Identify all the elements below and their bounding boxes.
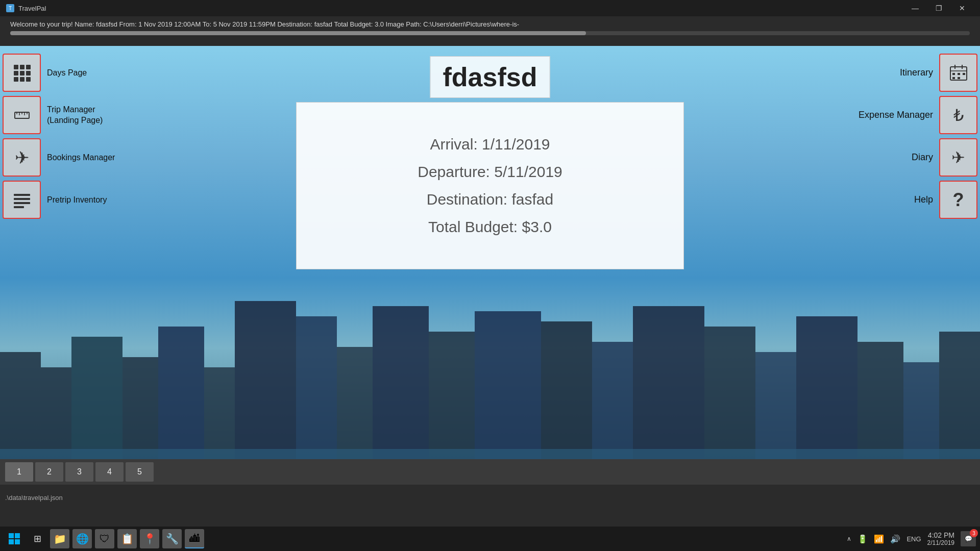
file-explorer-button[interactable]: 📁 bbox=[50, 529, 69, 548]
svg-rect-40 bbox=[14, 206, 24, 208]
tab-5[interactable]: 5 bbox=[126, 462, 154, 482]
calendar-icon bbox=[948, 63, 969, 83]
expense-manager-button[interactable]: ₺ bbox=[939, 96, 977, 134]
start-button[interactable] bbox=[4, 529, 24, 549]
arrival-row: Arrival: 1/11/2019 bbox=[312, 136, 668, 153]
trip-manager-nav-item: Trip Manager (Landing Page) bbox=[3, 96, 129, 134]
tab-1[interactable]: 1 bbox=[5, 462, 33, 482]
ruler-icon bbox=[12, 105, 32, 126]
notification-center-button[interactable]: 💬 3 bbox=[961, 531, 976, 546]
tab-4[interactable]: 4 bbox=[95, 462, 124, 482]
taskbar-app3[interactable]: 📍 bbox=[140, 529, 159, 548]
pretrip-inventory-label: Pretrip Inventory bbox=[47, 195, 107, 205]
trip-manager-button[interactable] bbox=[3, 96, 41, 134]
taskbar-app1[interactable]: 🛡 bbox=[95, 529, 114, 548]
itinerary-button[interactable] bbox=[939, 54, 977, 92]
system-tray-expand[interactable]: ∧ bbox=[847, 535, 851, 542]
itinerary-label: Itinerary bbox=[900, 67, 933, 78]
help-label: Help bbox=[914, 194, 933, 205]
svg-rect-47 bbox=[963, 73, 965, 75]
battery-icon: 🔋 bbox=[857, 534, 868, 544]
tab-3[interactable]: 3 bbox=[65, 462, 93, 482]
svg-rect-49 bbox=[958, 77, 960, 79]
minimize-button[interactable]: — bbox=[903, 0, 927, 16]
trip-name-box: fdasfsd bbox=[430, 56, 550, 98]
svg-rect-28 bbox=[14, 77, 18, 82]
list-icon bbox=[12, 190, 32, 210]
svg-rect-23 bbox=[20, 65, 24, 69]
svg-rect-38 bbox=[14, 198, 30, 200]
wifi-icon: 📶 bbox=[874, 534, 884, 544]
help-nav-item: Help ? bbox=[914, 181, 977, 219]
bookings-manager-button[interactable]: ✈ bbox=[3, 138, 41, 177]
bookings-manager-nav-item: ✈ Bookings Manager bbox=[3, 138, 129, 177]
svg-rect-45 bbox=[952, 73, 955, 75]
windows-icon bbox=[8, 533, 20, 545]
scrollbar-track[interactable] bbox=[10, 31, 970, 35]
taskbar-app4[interactable]: 🔧 bbox=[162, 529, 182, 548]
tab-2[interactable]: 2 bbox=[35, 462, 63, 482]
svg-rect-25 bbox=[14, 71, 18, 76]
scrollbar-thumb[interactable] bbox=[10, 31, 586, 35]
svg-rect-24 bbox=[26, 65, 31, 69]
diary-label: Diary bbox=[912, 152, 933, 163]
task-view-button[interactable]: ⊞ bbox=[28, 529, 47, 548]
titlebar-left: T TravelPal bbox=[6, 4, 46, 12]
taskbar-clock: 4:02 PM 2/11/2019 bbox=[927, 531, 954, 546]
buildings-svg bbox=[0, 276, 980, 480]
main-area: Days Page Trip Manager (Landing Page) bbox=[0, 46, 980, 510]
svg-rect-26 bbox=[20, 71, 24, 76]
taskbar: ⊞ 📁 🌐 🛡 📋 📍 🔧 🏙 ∧ 🔋 📶 🔊 ENG 4:02 PM 2/11… bbox=[0, 527, 980, 551]
titlebar-controls: — ❐ ✕ bbox=[903, 0, 974, 16]
taskbar-app2[interactable]: 📋 bbox=[117, 529, 137, 548]
help-button[interactable]: ? bbox=[939, 181, 977, 219]
grid-icon bbox=[12, 63, 32, 83]
bookings-manager-label: Bookings Manager bbox=[47, 153, 115, 162]
app-window: T TravelPal — ❐ ✕ Welcome to your trip! … bbox=[0, 0, 980, 551]
chrome-button[interactable]: 🌐 bbox=[72, 529, 92, 548]
close-button[interactable]: ✕ bbox=[950, 0, 974, 16]
pretrip-inventory-button[interactable] bbox=[3, 181, 41, 219]
right-sidebar: Itinerary Exp bbox=[856, 51, 980, 221]
destination-row: Destination: fasfad bbox=[312, 191, 668, 208]
svg-rect-46 bbox=[958, 73, 960, 75]
budget-row: Total Budget: $3.0 bbox=[312, 218, 668, 236]
diary-nav-item: Diary ✈ bbox=[912, 138, 977, 177]
travelpal-taskbar-button[interactable]: 🏙 bbox=[185, 529, 204, 548]
notification-badge: 3 bbox=[970, 529, 978, 537]
svg-rect-51 bbox=[15, 533, 20, 538]
volume-icon: 🔊 bbox=[890, 534, 900, 544]
tabs-bar: 1 2 3 4 5 bbox=[0, 459, 980, 485]
pretrip-inventory-nav-item: Pretrip Inventory bbox=[3, 181, 129, 219]
left-sidebar: Days Page Trip Manager (Landing Page) bbox=[0, 51, 131, 221]
language-indicator: ENG bbox=[906, 535, 921, 543]
svg-rect-27 bbox=[26, 71, 31, 76]
days-page-button[interactable] bbox=[3, 54, 41, 92]
diary-button[interactable]: ✈ bbox=[939, 138, 977, 177]
svg-rect-52 bbox=[9, 539, 14, 544]
svg-rect-53 bbox=[15, 539, 20, 544]
expense-manager-label: Expense Manager bbox=[859, 109, 933, 121]
days-page-nav-item: Days Page bbox=[3, 54, 129, 92]
svg-rect-22 bbox=[14, 65, 18, 69]
svg-rect-29 bbox=[20, 77, 24, 82]
itinerary-nav-item: Itinerary bbox=[900, 54, 977, 92]
taskbar-left: ⊞ 📁 🌐 🛡 📋 📍 🔧 🏙 bbox=[4, 529, 204, 549]
app-title: TravelPal bbox=[18, 5, 46, 12]
app-logo: T bbox=[6, 4, 14, 12]
svg-rect-50 bbox=[9, 533, 14, 538]
maximize-button[interactable]: ❐ bbox=[927, 0, 950, 16]
svg-rect-48 bbox=[952, 77, 955, 79]
info-card: Arrival: 1/11/2019 Departure: 5/11/2019 … bbox=[296, 102, 684, 269]
infobar: Welcome to your trip! Name: fdasfsd From… bbox=[0, 16, 980, 40]
departure-row: Departure: 5/11/2019 bbox=[312, 163, 668, 181]
days-page-label: Days Page bbox=[47, 68, 87, 78]
status-path: .\data\travelpal.json bbox=[5, 494, 63, 502]
infobar-text: Welcome to your trip! Name: fdasfsd From… bbox=[10, 20, 970, 28]
status-bar: .\data\travelpal.json bbox=[0, 485, 980, 510]
trip-name: fdasfsd bbox=[443, 62, 537, 92]
svg-rect-37 bbox=[14, 194, 30, 196]
svg-rect-39 bbox=[14, 202, 30, 204]
trip-manager-label: Trip Manager (Landing Page) bbox=[47, 105, 129, 126]
svg-rect-30 bbox=[26, 77, 31, 82]
